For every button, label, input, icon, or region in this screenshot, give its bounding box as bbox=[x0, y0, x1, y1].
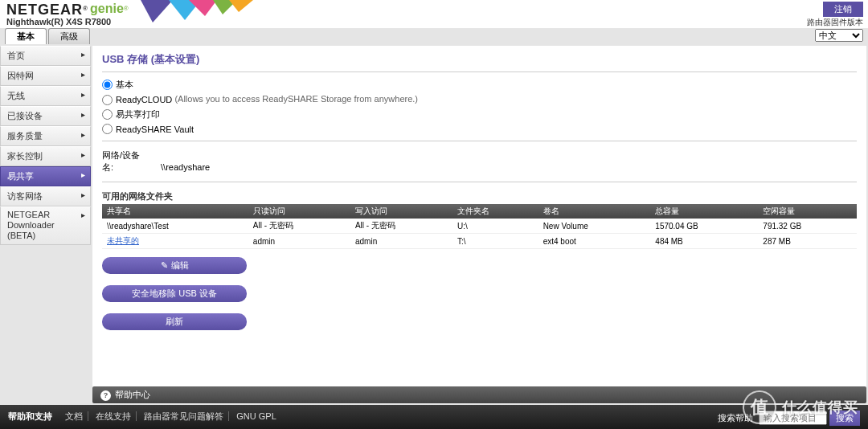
cell-total: 1570.04 GB bbox=[650, 219, 758, 234]
col-write: 写入访问 bbox=[350, 204, 452, 219]
header: NETGEAR® genie® Nighthawk(R) X4S R7800 注… bbox=[0, 0, 868, 28]
cell-free: 287 MB bbox=[758, 234, 857, 249]
radio-readycloud-note: (Allows you to access ReadySHARE Storage… bbox=[174, 94, 418, 104]
radio-vault-label: ReadySHARE Vault bbox=[116, 125, 194, 134]
chevron-right-icon: ▸ bbox=[81, 150, 85, 159]
device-name-label: 网络/设备名: bbox=[102, 149, 150, 174]
col-share: 共享名 bbox=[102, 204, 248, 219]
help-bar[interactable]: ?帮助中心 bbox=[92, 386, 866, 403]
support-label: 帮助和支持 bbox=[8, 411, 52, 421]
cell-write: All - 无密码 bbox=[350, 219, 452, 234]
footer: 帮助和支持 文档 在线支持 路由器常见问题解答 GNU GPL 搜索帮助 搜索 bbox=[0, 405, 868, 429]
pencil-icon: ✎ bbox=[161, 260, 168, 270]
cell-share: 未共享的 bbox=[102, 234, 248, 249]
help-label: 帮助中心 bbox=[115, 390, 150, 399]
radio-readycloud[interactable] bbox=[102, 95, 113, 105]
chevron-right-icon: ▸ bbox=[81, 50, 85, 59]
chevron-right-icon: ▸ bbox=[81, 110, 85, 119]
sidebar-item-home[interactable]: 首页▸ bbox=[0, 46, 91, 66]
cell-total: 484 MB bbox=[650, 234, 758, 249]
model-label: Nighthawk(R) X4S R7800 bbox=[6, 17, 862, 27]
col-read: 只读访问 bbox=[248, 204, 350, 219]
logout-button[interactable]: 注销 bbox=[823, 2, 863, 17]
unshared-link[interactable]: 未共享的 bbox=[107, 236, 139, 245]
brand-reg: ® bbox=[83, 5, 88, 12]
cell-folder: T:\ bbox=[452, 234, 538, 249]
divider bbox=[102, 182, 857, 182]
folders-table: 共享名 只读访问 写入访问 文件夹名 卷名 总容量 空闲容量 \\readysh… bbox=[102, 204, 857, 249]
radio-basic-label: 基本 bbox=[116, 80, 133, 89]
footer-link-gpl[interactable]: GNU GPL bbox=[236, 411, 281, 421]
divider bbox=[102, 141, 857, 141]
sidebar-item-qos[interactable]: 服务质量▸ bbox=[0, 126, 91, 146]
page-title: USB 存储 (基本设置) bbox=[102, 52, 857, 67]
content-panel: USB 存储 (基本设置) 基本 ReadyCLOUD (Allows you … bbox=[92, 46, 866, 398]
radio-print-label: 易共享打印 bbox=[116, 109, 160, 119]
sidebar-item-internet[interactable]: 因特网▸ bbox=[0, 66, 91, 86]
footer-link-online[interactable]: 在线支持 bbox=[96, 411, 137, 421]
radio-basic[interactable] bbox=[102, 80, 113, 90]
chevron-right-icon: ▸ bbox=[81, 170, 85, 179]
cell-volume: ext4 boot bbox=[538, 234, 651, 249]
chevron-right-icon: ▸ bbox=[81, 190, 85, 199]
cell-folder: U:\ bbox=[452, 219, 538, 234]
radio-readycloud-label: ReadyCLOUD bbox=[116, 95, 172, 104]
language-selector: 中文 bbox=[815, 29, 863, 42]
cell-write: admin bbox=[350, 234, 452, 249]
radio-vault[interactable] bbox=[102, 124, 113, 134]
sidebar-item-wireless[interactable]: 无线▸ bbox=[0, 86, 91, 106]
cell-volume: New Volume bbox=[538, 219, 651, 234]
language-dropdown[interactable]: 中文 bbox=[815, 29, 863, 42]
footer-link-faq[interactable]: 路由器常见问题解答 bbox=[144, 411, 229, 421]
col-volume: 卷名 bbox=[538, 204, 651, 219]
refresh-button[interactable]: 刷新 bbox=[102, 313, 247, 330]
tab-bar: 基本 高级 中文 bbox=[0, 28, 868, 44]
search-button[interactable]: 搜索 bbox=[829, 411, 860, 426]
sidebar: 首页▸ 因特网▸ 无线▸ 已接设备▸ 服务质量▸ 家长控制▸ 易共享▸ 访客网络… bbox=[0, 44, 91, 398]
help-icon: ? bbox=[100, 390, 111, 401]
sidebar-item-downloader[interactable]: NETGEAR Downloader (BETA)▸ bbox=[0, 206, 91, 245]
col-total: 总容量 bbox=[650, 204, 758, 219]
table-row[interactable]: 未共享的 admin admin T:\ ext4 boot 484 MB 28… bbox=[102, 234, 857, 249]
chevron-right-icon: ▸ bbox=[81, 210, 85, 220]
brand-name: NETGEAR bbox=[6, 2, 83, 18]
sidebar-item-guest[interactable]: 访客网络▸ bbox=[0, 186, 91, 206]
radio-print[interactable] bbox=[102, 109, 113, 120]
device-name-value: \\readyshare bbox=[161, 162, 210, 172]
search-label: 搜索帮助 bbox=[718, 413, 753, 423]
firmware-label: 路由器固件版本 bbox=[807, 18, 863, 27]
tab-advanced[interactable]: 高级 bbox=[48, 28, 90, 44]
edit-button[interactable]: ✎编辑 bbox=[102, 257, 247, 274]
table-title: 可用的网络文件夹 bbox=[102, 187, 857, 204]
divider bbox=[102, 72, 857, 72]
remove-usb-button[interactable]: 安全地移除 USB 设备 bbox=[102, 285, 247, 302]
col-folder: 文件夹名 bbox=[452, 204, 538, 219]
search-input[interactable] bbox=[759, 411, 827, 425]
sidebar-item-devices[interactable]: 已接设备▸ bbox=[0, 106, 91, 126]
sidebar-item-parental[interactable]: 家长控制▸ bbox=[0, 146, 91, 166]
cell-share: \\readyshare\Test bbox=[102, 219, 248, 234]
chevron-right-icon: ▸ bbox=[81, 130, 85, 139]
sidebar-item-readyshare[interactable]: 易共享▸ bbox=[0, 166, 91, 186]
footer-link-docs[interactable]: 文档 bbox=[65, 411, 88, 421]
decorative-triangles bbox=[141, 0, 261, 29]
cell-free: 791.32 GB bbox=[758, 219, 857, 234]
cell-read: admin bbox=[248, 234, 350, 249]
cell-read: All - 无密码 bbox=[248, 219, 350, 234]
chevron-right-icon: ▸ bbox=[81, 90, 85, 99]
brand-reg2: ® bbox=[124, 5, 129, 12]
tab-basic[interactable]: 基本 bbox=[5, 28, 47, 44]
table-row[interactable]: \\readyshare\Test All - 无密码 All - 无密码 U:… bbox=[102, 219, 857, 234]
svg-marker-0 bbox=[141, 0, 173, 22]
svg-marker-4 bbox=[229, 0, 253, 12]
brand-sub: genie bbox=[90, 2, 124, 15]
chevron-right-icon: ▸ bbox=[81, 70, 85, 79]
col-free: 空闲容量 bbox=[758, 204, 857, 219]
